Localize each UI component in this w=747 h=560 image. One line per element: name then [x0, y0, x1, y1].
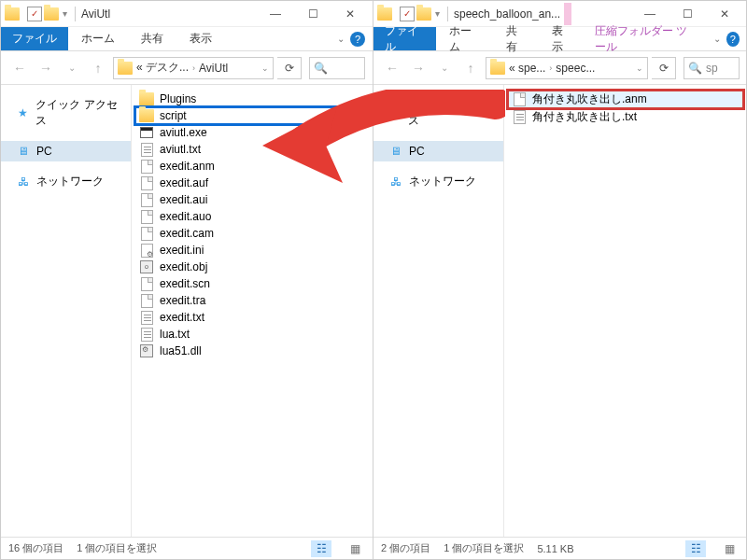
nav-label: クイック アクセス — [35, 97, 125, 129]
chevron-down-icon[interactable]: ⌄ — [708, 34, 726, 44]
file-item[interactable]: exedit.anm — [135, 158, 369, 175]
search-input[interactable]: 🔍 — [309, 57, 365, 79]
back-button[interactable]: ← — [8, 57, 31, 79]
nav-quick-access[interactable]: ★クイック アクセス — [1, 94, 131, 132]
breadcrumb-segment[interactable]: « spe... — [505, 62, 549, 75]
file-name: Plugins — [160, 92, 196, 105]
details-view-button[interactable]: ☷ — [685, 540, 706, 557]
maximize-button[interactable]: ☐ — [294, 2, 331, 26]
history-dropdown[interactable]: ⌄ — [61, 57, 83, 79]
breadcrumb-segment[interactable]: speec... — [552, 62, 599, 75]
tab-share[interactable]: 共有 — [128, 27, 176, 50]
ribbon-bar: ファイル ホーム 共有 表示 ⌄ ? — [1, 27, 373, 51]
address-bar-row: ← → ⌄ ↑ « デスク... › AviUtl ⌄ ⟳ 🔍 — [1, 51, 373, 85]
file-item[interactable]: lua51.dll — [135, 343, 369, 359]
file-icon — [141, 277, 153, 291]
help-icon[interactable]: ? — [726, 32, 740, 47]
tab-view[interactable]: 表示 — [539, 20, 585, 59]
tab-file[interactable]: ファイル — [1, 27, 68, 50]
address-bar[interactable]: « デスク... › AviUtl ⌄ — [113, 57, 274, 79]
file-icon — [141, 193, 153, 207]
forward-button[interactable]: → — [35, 57, 57, 79]
dll-icon — [140, 344, 153, 357]
explorer-window-right: ✓ ▾ speech_balloon_an... — ☐ ✕ ファイル ホーム … — [374, 1, 747, 559]
ribbon-bar: ファイル ホーム 共有 表示 圧縮フォルダー ツール ⌄ ? — [374, 27, 747, 51]
network-icon: 🖧 — [388, 175, 403, 189]
forward-button[interactable]: → — [407, 57, 430, 79]
help-icon[interactable]: ? — [350, 32, 365, 47]
file-item[interactable]: exedit.cam — [135, 225, 369, 242]
breadcrumb-segment[interactable]: « デスク... — [133, 60, 192, 76]
navigation-pane: ★クイック アクセス 🖥PC 🖧ネットワーク — [1, 85, 132, 537]
pc-icon: 🖥 — [16, 144, 31, 159]
title-bar[interactable]: ✓ ▾ AviUtl — ☐ ✕ — [1, 1, 373, 27]
file-list[interactable]: Pluginsscriptaviutl.exeaviutl.txtexedit.… — [132, 85, 373, 537]
exe-icon — [140, 127, 153, 138]
file-item[interactable]: Plugins — [135, 91, 369, 107]
file-item[interactable]: oexedit.obj — [135, 259, 369, 275]
file-name: lua51.dll — [160, 344, 202, 357]
tab-file[interactable]: ファイル — [374, 27, 436, 50]
file-name: exedit.scn — [160, 277, 210, 290]
nav-quick-access[interactable]: ★クイック アクセス — [374, 94, 503, 132]
minimize-button[interactable]: — — [257, 2, 294, 26]
folder-icon — [139, 92, 154, 105]
file-name: exedit.aui — [160, 193, 207, 206]
file-name: exedit.cam — [160, 227, 214, 240]
tab-home[interactable]: ホーム — [436, 20, 492, 59]
file-item[interactable]: aviutl.exe — [135, 124, 369, 141]
up-button[interactable]: ↑ — [87, 57, 109, 79]
nav-pc[interactable]: 🖥PC — [374, 141, 503, 161]
search-input[interactable]: 🔍sp — [684, 57, 740, 79]
refresh-button[interactable]: ⟳ — [652, 57, 676, 79]
file-list[interactable]: 角付き丸吹き出し.anm角付き丸吹き出し.txt — [504, 85, 747, 537]
refresh-button[interactable]: ⟳ — [277, 57, 302, 79]
status-bar: 2 個の項目 1 個の項目を選択 5.11 KB ☷ ▦ — [374, 537, 747, 559]
file-item[interactable]: exedit.auo — [135, 208, 369, 225]
file-item[interactable]: exedit.scn — [135, 275, 369, 292]
ini-icon — [141, 244, 153, 258]
chevron-down-icon[interactable]: ⌄ — [261, 63, 269, 73]
file-item[interactable]: exedit.ini — [135, 242, 369, 259]
close-button[interactable]: ✕ — [331, 2, 369, 26]
selection-size: 5.11 KB — [537, 543, 573, 554]
back-button[interactable]: ← — [381, 57, 403, 79]
breadcrumb-segment[interactable]: AviUtl — [195, 62, 232, 75]
file-item[interactable]: exedit.aui — [135, 191, 369, 208]
chevron-down-icon[interactable]: ⌄ — [636, 63, 643, 73]
nav-label: PC — [409, 145, 425, 158]
file-item[interactable]: 角付き丸吹き出し.anm — [508, 91, 743, 108]
file-item[interactable]: aviutl.txt — [135, 141, 369, 158]
details-view-button[interactable]: ☷ — [311, 540, 331, 557]
file-item[interactable]: 角付き丸吹き出し.txt — [508, 108, 743, 126]
window-title: speech_balloon_an... — [454, 7, 560, 21]
folder-icon — [490, 62, 505, 75]
tab-view[interactable]: 表示 — [176, 27, 225, 50]
file-item[interactable]: script — [135, 107, 369, 124]
obj-icon: o — [140, 260, 153, 273]
tab-compressed-tools[interactable]: 圧縮フォルダー ツール — [585, 20, 708, 59]
tab-share[interactable]: 共有 — [493, 20, 540, 59]
address-bar[interactable]: « spe... › speec... ⌄ — [486, 57, 648, 79]
file-item[interactable]: lua.txt — [135, 326, 369, 343]
icons-view-button[interactable]: ▦ — [345, 540, 365, 557]
window-title: AviUtl — [81, 7, 110, 21]
icons-view-button[interactable]: ▦ — [719, 540, 740, 557]
pc-icon: 🖥 — [388, 144, 403, 159]
nav-network[interactable]: 🖧ネットワーク — [374, 171, 503, 192]
file-item[interactable]: exedit.tra — [135, 292, 369, 309]
nav-network[interactable]: 🖧ネットワーク — [1, 171, 131, 192]
txt-icon — [141, 143, 153, 157]
up-button[interactable]: ↑ — [459, 57, 482, 79]
file-name: aviutl.txt — [160, 143, 201, 156]
tab-home[interactable]: ホーム — [68, 27, 128, 50]
file-icon — [514, 92, 526, 106]
chevron-down-icon[interactable]: ⌄ — [331, 34, 350, 44]
history-dropdown[interactable]: ⌄ — [433, 57, 456, 79]
txt-icon — [141, 311, 153, 325]
close-button[interactable]: ✕ — [706, 2, 743, 26]
file-item[interactable]: exedit.txt — [135, 309, 369, 326]
nav-pc[interactable]: 🖥PC — [1, 141, 131, 161]
file-item[interactable]: exedit.auf — [135, 175, 369, 191]
file-icon — [141, 227, 153, 241]
